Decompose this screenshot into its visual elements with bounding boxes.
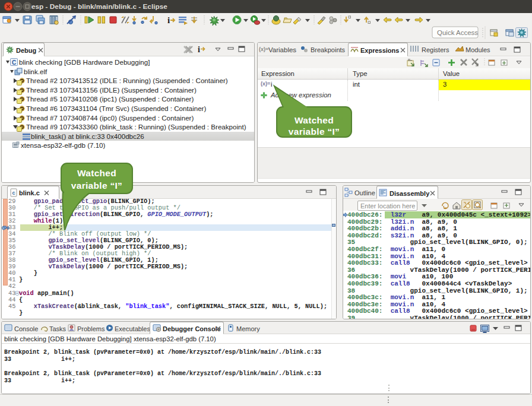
svg-text:i: i bbox=[167, 15, 170, 25]
svg-text:Memory: Memory bbox=[236, 325, 260, 332]
svg-text:c: c bbox=[12, 190, 15, 196]
svg-text:(x)=: (x)= bbox=[259, 46, 268, 52]
svg-text:Modules: Modules bbox=[466, 46, 490, 53]
svg-text:Executables: Executables bbox=[115, 325, 150, 332]
svg-text:Expressions: Expressions bbox=[360, 47, 399, 54]
svg-text:Registers: Registers bbox=[422, 46, 449, 53]
svg-text:Debug: Debug bbox=[16, 47, 36, 54]
svg-text:Problems: Problems bbox=[77, 325, 105, 332]
svg-text:Debugger Console: Debugger Console bbox=[163, 325, 221, 332]
svg-text:Console: Console bbox=[14, 325, 38, 332]
svg-text:blink.c: blink.c bbox=[19, 189, 40, 196]
svg-text:Tasks: Tasks bbox=[49, 325, 66, 332]
svg-text:Disassembly: Disassembly bbox=[390, 190, 430, 197]
svg-text:i: i bbox=[198, 45, 200, 54]
svg-text:C: C bbox=[12, 59, 16, 66]
svg-text:Variables: Variables bbox=[268, 46, 296, 53]
svg-text:Outline: Outline bbox=[354, 189, 375, 196]
svg-text:Quick Access: Quick Access bbox=[437, 29, 478, 36]
svg-text:Breakpoints: Breakpoints bbox=[311, 46, 346, 53]
